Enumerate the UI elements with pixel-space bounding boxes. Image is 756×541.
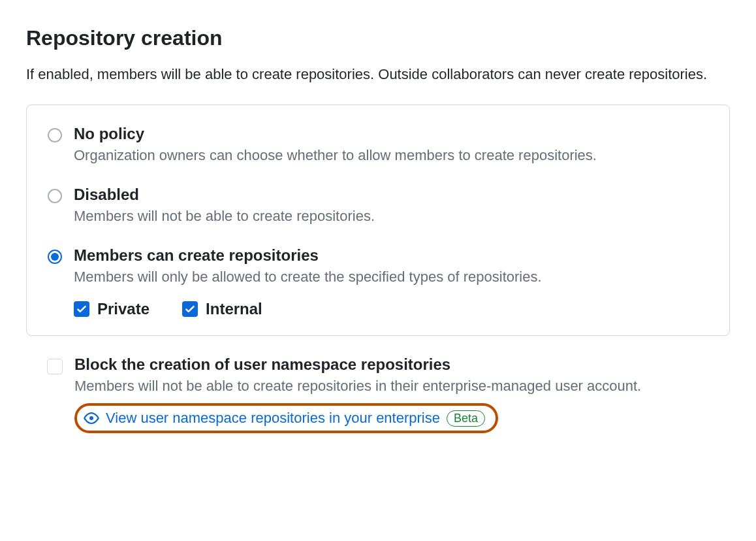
checkbox-block-creation[interactable] [47,359,63,374]
checkbox-private[interactable] [74,301,89,317]
radio-input-disabled[interactable] [48,189,62,203]
block-desc: Members will not be able to create repos… [74,376,730,397]
checkbox-item-private[interactable]: Private [74,300,150,318]
checkbox-item-internal[interactable]: Internal [182,300,262,318]
check-icon [184,303,196,315]
check-icon [76,303,87,315]
radio-input-no-policy[interactable] [48,128,62,142]
checkbox-internal[interactable] [182,301,198,317]
view-namespace-link[interactable]: View user namespace repositories in your… [106,410,440,427]
block-creation-section: Block the creation of user namespace rep… [26,355,730,433]
checkbox-label-private: Private [97,300,150,318]
section-heading: Repository creation [26,26,730,50]
block-title: Block the creation of user namespace rep… [74,355,730,374]
option-desc-members-can-create: Members will only be allowed to create t… [74,267,708,287]
option-title-no-policy: No policy [74,125,708,143]
radio-option-disabled[interactable]: Disabled Members will not be able to cre… [48,186,708,227]
beta-badge: Beta [447,410,485,427]
radio-input-members-can-create[interactable] [48,250,62,264]
option-title-disabled: Disabled [74,186,708,204]
policy-card: No policy Organization owners can choose… [26,105,730,336]
option-desc-disabled: Members will not be able to create repos… [74,206,708,227]
option-title-members-can-create: Members can create repositories [74,246,708,265]
radio-option-members-can-create[interactable]: Members can create repositories Members … [48,246,708,319]
view-namespace-link-highlight: View user namespace repositories in your… [74,403,498,433]
radio-option-no-policy[interactable]: No policy Organization owners can choose… [48,125,708,166]
option-desc-no-policy: Organization owners can choose whether t… [74,146,708,166]
checkbox-label-internal: Internal [206,300,262,318]
section-description: If enabled, members will be able to crea… [26,63,712,85]
eye-icon [84,410,99,426]
